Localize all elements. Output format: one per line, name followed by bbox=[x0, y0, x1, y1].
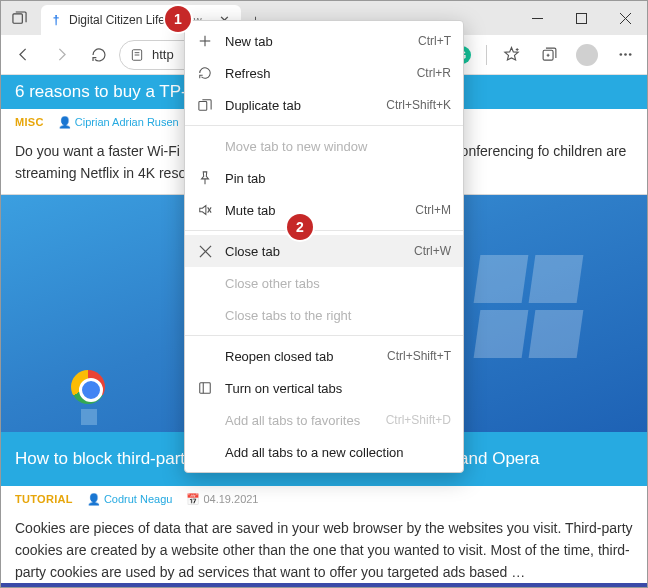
menu-item-label: Duplicate tab bbox=[225, 98, 374, 113]
bottom-accent-bar bbox=[1, 583, 647, 587]
menu-item-label: Pin tab bbox=[225, 171, 451, 186]
duplicate-icon bbox=[197, 97, 213, 113]
article2-date: 📅 04.19.2021 bbox=[186, 493, 258, 506]
plus-icon bbox=[197, 33, 213, 49]
annotation-callout-1: 1 bbox=[165, 6, 191, 32]
menu-item-label: Reopen closed tab bbox=[225, 349, 375, 364]
menu-item-label: New tab bbox=[225, 34, 406, 49]
menu-item-shortcut: Ctrl+R bbox=[417, 66, 451, 80]
mute-icon bbox=[197, 202, 213, 218]
menu-item-add-all-tabs-to-a-new-collection[interactable]: Add all tabs to a new collection bbox=[185, 436, 463, 468]
menu-item-shortcut: Ctrl+Shift+T bbox=[387, 349, 451, 363]
windows-logo-icon bbox=[477, 255, 587, 365]
window-maximize-button[interactable] bbox=[559, 1, 603, 35]
desktop-file-icon bbox=[81, 409, 97, 425]
menu-item-label: Move tab to new window bbox=[225, 139, 451, 154]
svg-rect-0 bbox=[12, 13, 21, 22]
menu-item-label: Add all tabs to a new collection bbox=[225, 445, 451, 460]
menu-item-shortcut: Ctrl+Shift+D bbox=[386, 413, 451, 427]
refresh-button[interactable] bbox=[81, 38, 117, 72]
menu-item-add-all-tabs-to-favorites: Add all tabs to favoritesCtrl+Shift+D bbox=[185, 404, 463, 436]
menu-item-move-tab-to-new-window: Move tab to new window bbox=[185, 130, 463, 162]
browser-window: † Digital Citizen Life in a w… ✕ ＋ http … bbox=[0, 0, 648, 588]
tab-favicon-icon: † bbox=[49, 13, 63, 27]
menu-item-duplicate-tab[interactable]: Duplicate tabCtrl+Shift+K bbox=[185, 89, 463, 121]
tab-context-menu: New tabCtrl+TRefreshCtrl+RDuplicate tabC… bbox=[184, 20, 464, 473]
menu-separator bbox=[185, 230, 463, 231]
refresh-icon bbox=[197, 65, 213, 81]
menu-item-mute-tab[interactable]: Mute tabCtrl+M bbox=[185, 194, 463, 226]
menu-item-label: Close tab bbox=[225, 244, 402, 259]
menu-separator bbox=[185, 125, 463, 126]
menu-item-shortcut: Ctrl+T bbox=[418, 34, 451, 48]
article1-category[interactable]: MISC bbox=[15, 116, 44, 128]
vertical-icon bbox=[197, 380, 213, 396]
menu-item-close-tab[interactable]: Close tabCtrl+W bbox=[185, 235, 463, 267]
favorites-button[interactable] bbox=[493, 38, 529, 72]
menu-item-close-tabs-to-the-right: Close tabs to the right bbox=[185, 299, 463, 331]
menu-item-label: Mute tab bbox=[225, 203, 403, 218]
menu-item-shortcut: Ctrl+Shift+K bbox=[386, 98, 451, 112]
article2-category[interactable]: TUTORIAL bbox=[15, 493, 73, 505]
collections-button[interactable] bbox=[531, 38, 567, 72]
chrome-desktop-icon bbox=[71, 370, 105, 404]
menu-item-close-other-tabs: Close other tabs bbox=[185, 267, 463, 299]
svg-point-11 bbox=[628, 53, 631, 56]
article2-body: Cookies are pieces of data that are save… bbox=[1, 512, 647, 587]
svg-point-9 bbox=[619, 53, 622, 56]
menu-item-label: Close other tabs bbox=[225, 276, 451, 291]
window-minimize-button[interactable] bbox=[515, 1, 559, 35]
svg-rect-14 bbox=[199, 102, 207, 111]
svg-rect-2 bbox=[576, 13, 586, 23]
annotation-callout-2: 2 bbox=[287, 214, 313, 240]
toolbar-separator bbox=[486, 45, 487, 65]
menu-item-label: Add all tabs to favorites bbox=[225, 413, 374, 428]
pin-icon bbox=[197, 170, 213, 186]
menu-item-label: Close tabs to the right bbox=[225, 308, 451, 323]
menu-item-reopen-closed-tab[interactable]: Reopen closed tabCtrl+Shift+T bbox=[185, 340, 463, 372]
svg-rect-19 bbox=[200, 383, 211, 394]
menu-item-shortcut: Ctrl+W bbox=[414, 244, 451, 258]
close-icon bbox=[197, 243, 213, 259]
menu-separator bbox=[185, 335, 463, 336]
profile-button[interactable] bbox=[569, 38, 605, 72]
not-secure-icon bbox=[130, 48, 144, 62]
article2-meta: TUTORIAL 👤 Codrut Neagu 📅 04.19.2021 bbox=[1, 486, 647, 512]
avatar-icon bbox=[576, 44, 598, 66]
menu-item-shortcut: Ctrl+M bbox=[415, 203, 451, 217]
menu-item-turn-on-vertical-tabs[interactable]: Turn on vertical tabs bbox=[185, 372, 463, 404]
menu-item-label: Refresh bbox=[225, 66, 405, 81]
menu-item-new-tab[interactable]: New tabCtrl+T bbox=[185, 25, 463, 57]
forward-button[interactable] bbox=[43, 38, 79, 72]
menu-item-pin-tab[interactable]: Pin tab bbox=[185, 162, 463, 194]
menu-item-refresh[interactable]: RefreshCtrl+R bbox=[185, 57, 463, 89]
window-close-button[interactable] bbox=[603, 1, 647, 35]
article1-author[interactable]: 👤 Ciprian Adrian Rusen bbox=[58, 116, 179, 129]
svg-point-10 bbox=[624, 53, 627, 56]
article2-author[interactable]: 👤 Codrut Neagu bbox=[87, 493, 173, 506]
menu-button[interactable] bbox=[607, 38, 643, 72]
back-button[interactable] bbox=[5, 38, 41, 72]
menu-item-label: Turn on vertical tabs bbox=[225, 381, 451, 396]
tab-actions-button[interactable] bbox=[1, 1, 37, 35]
